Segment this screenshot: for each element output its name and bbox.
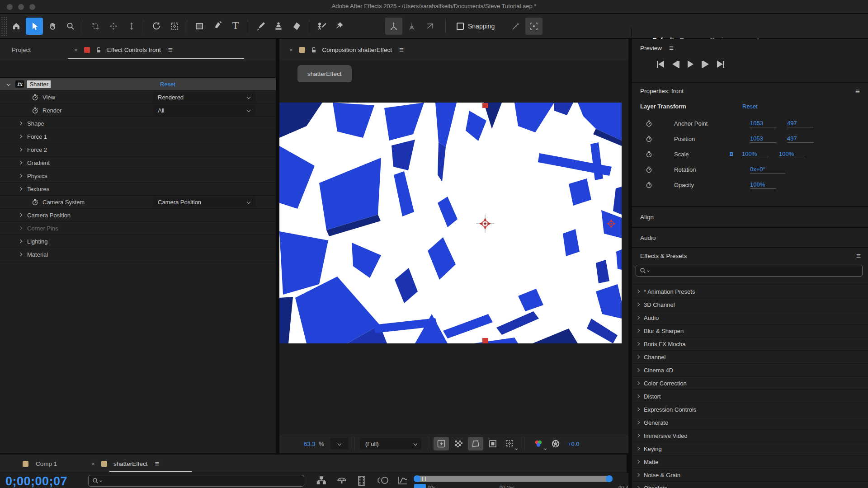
fx-category-audio[interactable]: Audio [632, 311, 868, 324]
time-navigator-bar[interactable] [414, 475, 613, 482]
effect-name[interactable]: Shatter [27, 80, 51, 88]
motion-blur-icon[interactable] [377, 476, 389, 485]
navigator-end-handle[interactable] [606, 475, 613, 482]
rectangle-tool-icon[interactable] [191, 18, 208, 35]
collapse-effect-icon[interactable] [7, 82, 10, 86]
effect-group-material[interactable]: Material [0, 248, 276, 261]
resolution-dropdown[interactable]: (Full) [360, 438, 421, 450]
zoom-tool-icon[interactable] [62, 18, 79, 35]
stopwatch-icon[interactable] [646, 166, 652, 173]
stopwatch-icon[interactable] [32, 199, 38, 206]
close-tab-icon[interactable]: × [289, 47, 293, 53]
tab-effect-controls-front[interactable]: Effect Controls front [107, 47, 161, 53]
effect-group-camera-position[interactable]: Camera Position [0, 208, 276, 221]
camera-system-dropdown[interactable]: Camera Position [153, 197, 255, 207]
home-icon[interactable] [8, 18, 25, 35]
navigator-start-handle[interactable] [414, 475, 420, 482]
magnification-value[interactable]: 63.3 [304, 441, 315, 447]
position-y-value[interactable]: 497 [787, 135, 813, 143]
anchor-x-value[interactable]: 1053 [750, 120, 776, 127]
reset-exposure-button[interactable] [548, 437, 563, 450]
stopwatch-icon[interactable] [32, 94, 38, 101]
current-time-indicator[interactable] [414, 484, 426, 488]
brush-tool-icon[interactable] [252, 18, 269, 35]
fx-category-blur-sharpen[interactable]: Blur & Sharpen [632, 324, 868, 337]
rotation-value[interactable]: 0x+0° [750, 166, 785, 174]
scale-y-value[interactable]: 100% [779, 150, 805, 158]
snap-to-features-icon[interactable] [525, 18, 542, 35]
next-frame-button[interactable] [702, 61, 709, 68]
puppet-pin-tool-icon[interactable] [331, 18, 348, 35]
close-tab-icon[interactable]: × [74, 47, 78, 53]
timeline-search-input[interactable] [88, 475, 304, 487]
fx-category-color-correction[interactable]: Color Correction [632, 376, 868, 389]
unlock-icon[interactable] [311, 47, 317, 53]
opacity-value[interactable]: 100% [750, 181, 776, 189]
close-tab-icon[interactable]: × [91, 460, 95, 467]
effect-header-row[interactable]: fx Shatter Reset [0, 77, 276, 90]
align-section-header[interactable]: Align [632, 207, 868, 227]
roto-brush-tool-icon[interactable] [313, 18, 330, 35]
fast-previews-button[interactable] [434, 437, 449, 450]
current-timecode[interactable]: 0;00;00;07 [5, 474, 67, 488]
fx-category-keying[interactable]: Keying [632, 442, 868, 455]
effect-reset-button[interactable]: Reset [160, 81, 175, 88]
dolly-camera-tool-icon[interactable] [123, 18, 140, 35]
effect-group-textures[interactable]: Textures [0, 182, 276, 195]
effect-group-corner-pins[interactable]: Corner Pins [0, 221, 276, 235]
stopwatch-icon[interactable] [32, 107, 38, 114]
link-scale-icon[interactable] [727, 151, 735, 157]
pan-behind-tool-icon[interactable] [166, 18, 183, 35]
hand-tool-icon[interactable] [44, 18, 61, 35]
snapping-checkbox[interactable] [457, 23, 464, 30]
fx-category-cinema-4d[interactable]: Cinema 4D [632, 363, 868, 376]
shy-toggle-icon[interactable] [337, 476, 347, 485]
stopwatch-icon[interactable] [646, 136, 652, 142]
effect-group-gradient[interactable]: Gradient [0, 156, 276, 169]
fx-category-expression-controls[interactable]: Expression Controls [632, 403, 868, 416]
timeline-menu-icon[interactable]: ≡ [155, 460, 159, 468]
selection-tool-icon[interactable] [26, 18, 43, 35]
view-dropdown[interactable]: Rendered [153, 92, 255, 103]
show-channel-button[interactable] [531, 437, 546, 450]
properties-menu-icon[interactable]: ≡ [855, 88, 860, 95]
panel-menu-icon[interactable]: ≡ [399, 46, 404, 54]
fx-category-boris-fx-mocha[interactable]: Boris FX Mocha [632, 337, 868, 350]
effect-group-shape[interactable]: Shape [0, 117, 276, 130]
fx-category-3d-channel[interactable]: 3D Channel [632, 298, 868, 311]
audio-section-header[interactable]: Audio [632, 228, 868, 248]
orbit-camera-tool-icon[interactable] [87, 18, 104, 35]
fx-category-distort[interactable]: Distort [632, 389, 868, 403]
composition-viewport[interactable] [279, 103, 622, 343]
properties-panel-title[interactable]: Properties: front [640, 88, 684, 94]
exposure-value[interactable]: +0.0 [568, 441, 580, 447]
stopwatch-icon[interactable] [646, 120, 652, 127]
local-axis-mode-icon[interactable] [385, 18, 402, 35]
stopwatch-icon[interactable] [646, 182, 652, 188]
composition-mini-flowchart-icon[interactable] [316, 476, 326, 485]
effect-group-force1[interactable]: Force 1 [0, 130, 276, 143]
first-frame-button[interactable] [657, 61, 664, 68]
last-frame-button[interactable] [717, 61, 724, 68]
preview-menu-icon[interactable]: ≡ [669, 44, 674, 52]
rotation-tool-icon[interactable] [148, 18, 165, 35]
magnification-dropdown[interactable] [330, 438, 349, 450]
snap-along-edges-icon[interactable] [507, 18, 524, 35]
composition-subtab[interactable]: shatterEffect [297, 65, 352, 82]
panel-menu-icon[interactable]: ≡ [168, 46, 173, 54]
fx-category-channel[interactable]: Channel [632, 350, 868, 363]
frame-blending-icon[interactable] [357, 476, 366, 486]
scale-x-value[interactable]: 100% [742, 150, 768, 158]
view-axis-mode-icon[interactable] [421, 18, 439, 35]
pen-tool-icon[interactable] [209, 18, 226, 35]
pan-camera-tool-icon[interactable] [105, 18, 122, 35]
effect-group-lighting[interactable]: Lighting [0, 235, 276, 248]
fx-category-obsolete[interactable]: Obsolete [632, 481, 868, 488]
grid-and-guides-button[interactable] [502, 437, 518, 450]
mask-visibility-button[interactable] [468, 437, 483, 450]
toolbar-grip[interactable] [1, 16, 7, 36]
tab-shattereffect[interactable]: shatterEffect [113, 460, 148, 467]
previous-frame-button[interactable] [672, 61, 679, 68]
preview-panel-title[interactable]: Preview [640, 45, 662, 52]
eraser-tool-icon[interactable] [288, 18, 305, 35]
